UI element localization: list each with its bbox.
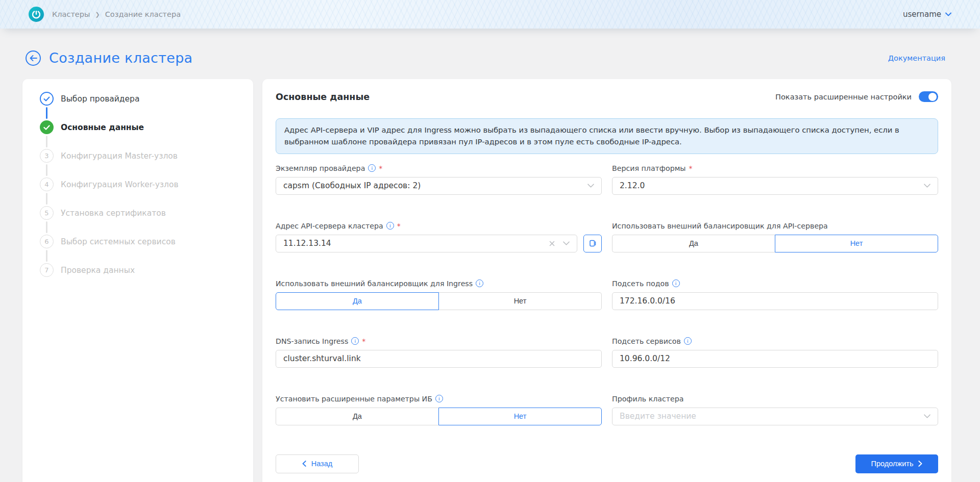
continue-button[interactable]: Продолжить <box>855 454 938 473</box>
step-6-number: 6 <box>40 235 54 248</box>
cluster-profile-select[interactable] <box>612 408 938 425</box>
cluster-profile-label: Профиль кластера <box>612 395 683 403</box>
copy-address-button[interactable] <box>583 235 602 252</box>
field-external-lb-ingress: Использовать внешний балансировщик для I… <box>276 280 602 310</box>
info-banner: Адрес API-сервера и VIP адрес для Ingres… <box>276 118 938 154</box>
chevron-down-icon <box>924 414 930 418</box>
stepper-step-4-worker-config[interactable]: 4 Конфигурация Worker-узлов <box>35 177 241 191</box>
advanced-settings-label: Показать расширенные настройки <box>775 93 912 101</box>
step-3-number: 3 <box>40 149 54 163</box>
clear-icon[interactable] <box>549 241 555 246</box>
pod-subnet-field[interactable] <box>612 292 938 310</box>
page-title: Создание кластера <box>49 50 192 66</box>
platform-version-label: Версия платформы <box>612 164 686 172</box>
step-connector <box>46 193 47 205</box>
step-connector <box>46 136 47 147</box>
advanced-settings-toggle[interactable] <box>919 91 938 102</box>
service-subnet-input[interactable] <box>620 354 930 363</box>
info-icon[interactable]: i <box>351 337 359 345</box>
step-5-number: 5 <box>40 206 54 220</box>
external-lb-api-option-no[interactable]: Нет <box>775 235 938 252</box>
user-menu[interactable]: username <box>903 10 951 19</box>
external-lb-ingress-segmented: Да Нет <box>276 292 602 310</box>
info-icon[interactable]: i <box>476 280 483 287</box>
dns-ingress-field[interactable] <box>276 350 602 368</box>
dns-ingress-input[interactable] <box>283 354 594 363</box>
required-asterisk: * <box>689 164 693 172</box>
cluster-profile-input[interactable] <box>620 412 924 421</box>
step-7-label: Проверка данных <box>61 266 135 275</box>
step-1-label: Выбор провайдера <box>61 94 139 104</box>
pod-subnet-label: Подсеть подов <box>612 280 669 288</box>
stepper-step-5-certificates[interactable]: 5 Установка сертификатов <box>35 206 241 220</box>
stepper-step-3-master-config[interactable]: 3 Конфигурация Master-узлов <box>35 149 241 163</box>
username-label: username <box>903 10 941 19</box>
security-params-segmented: Да Нет <box>276 408 602 425</box>
info-icon[interactable]: i <box>672 280 680 287</box>
external-lb-ingress-label: Использовать внешний балансировщик для I… <box>276 280 473 288</box>
step-4-label: Конфигурация Worker-узлов <box>61 180 179 189</box>
provider-instance-value: capsm (Свободных IP адресов: 2) <box>283 181 421 190</box>
chevron-down-icon <box>945 12 951 16</box>
chevron-down-icon <box>587 184 594 188</box>
security-params-option-yes[interactable]: Да <box>276 408 438 425</box>
info-icon[interactable]: i <box>368 164 376 172</box>
info-icon[interactable]: i <box>435 395 443 402</box>
external-lb-api-option-yes[interactable]: Да <box>612 235 775 252</box>
back-button[interactable]: Назад <box>276 454 359 473</box>
step-3-label: Конфигурация Master-узлов <box>61 151 178 161</box>
step-1-check-icon <box>40 92 54 106</box>
step-7-number: 7 <box>40 263 54 277</box>
chevron-down-icon <box>924 184 930 188</box>
stepper-step-2-basic-data[interactable]: Основные данные <box>35 120 241 134</box>
pod-subnet-input[interactable] <box>620 296 930 306</box>
field-dns-ingress: DNS-запись Ingress i * <box>276 337 602 368</box>
step-connector <box>46 164 47 176</box>
chevron-left-icon <box>302 461 306 467</box>
provider-instance-select[interactable]: capsm (Свободных IP адресов: 2) <box>276 177 602 195</box>
info-icon[interactable]: i <box>684 337 692 345</box>
step-connector <box>46 221 47 233</box>
stepper-step-7-data-check[interactable]: 7 Проверка данных <box>35 263 241 277</box>
step-5-label: Установка сертификатов <box>61 209 166 218</box>
step-connector <box>46 107 47 119</box>
required-asterisk: * <box>397 222 401 230</box>
security-params-label: Установить расширенные параметры ИБ <box>276 395 432 403</box>
field-cluster-profile: Профиль кластера <box>612 395 938 425</box>
external-lb-ingress-option-yes[interactable]: Да <box>276 292 439 310</box>
required-asterisk: * <box>362 337 365 345</box>
security-params-option-no[interactable]: Нет <box>438 408 602 425</box>
copy-icon <box>589 239 597 247</box>
app-logo-icon[interactable] <box>29 7 44 22</box>
stepper-panel: Выбор провайдера Основные данные 3 Конфи… <box>22 79 253 482</box>
step-6-label: Выбор системных сервисов <box>61 237 176 246</box>
dns-ingress-label: DNS-запись Ingress <box>276 337 348 345</box>
info-icon[interactable]: i <box>386 222 394 230</box>
api-server-address-combobox[interactable] <box>276 235 577 252</box>
content-area: Выбор провайдера Основные данные 3 Конфи… <box>22 79 951 482</box>
stepper-step-1-provider[interactable]: Выбор провайдера <box>35 92 241 106</box>
field-security-params: Установить расширенные параметры ИБ i Да… <box>276 395 602 425</box>
platform-version-select[interactable]: 2.12.0 <box>612 177 938 195</box>
field-pod-subnet: Подсеть подов i <box>612 280 938 310</box>
step-2-check-icon <box>40 120 54 134</box>
api-server-address-input[interactable] <box>283 239 549 248</box>
field-service-subnet: Подсеть сервисов i <box>612 337 938 368</box>
provider-instance-label: Экземпляр провайдера <box>276 164 365 172</box>
breadcrumb-separator-icon: ❯ <box>95 11 100 18</box>
field-platform-version: Версия платформы * 2.12.0 <box>612 164 938 195</box>
form-panel: Основные данные Показать расширенные нас… <box>262 79 951 482</box>
chevron-right-icon <box>918 461 922 467</box>
breadcrumb-clusters[interactable]: Кластеры <box>52 10 90 18</box>
service-subnet-field[interactable] <box>612 350 938 368</box>
external-lb-ingress-option-no[interactable]: Нет <box>439 292 602 310</box>
breadcrumb-create-cluster: Создание кластера <box>105 10 181 18</box>
chevron-down-icon[interactable] <box>563 241 570 245</box>
documentation-link[interactable]: Документация <box>888 54 945 62</box>
topbar: Кластеры ❯ Создание кластера username <box>0 0 980 29</box>
external-lb-api-segmented: Да Нет <box>612 235 938 252</box>
back-arrow-icon[interactable] <box>26 50 41 66</box>
page-head: Создание кластера Документация <box>0 29 980 66</box>
step-4-number: 4 <box>40 177 54 191</box>
stepper-step-6-system-services[interactable]: 6 Выбор системных сервисов <box>35 235 241 248</box>
